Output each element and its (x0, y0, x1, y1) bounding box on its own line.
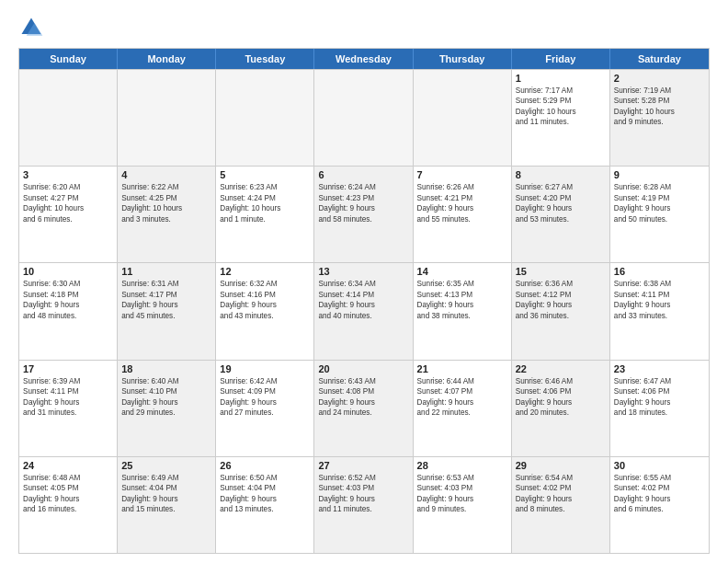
day-info: Sunrise: 6:47 AM Sunset: 4:06 PM Dayligh… (614, 376, 705, 419)
day-info: Sunrise: 6:27 AM Sunset: 4:20 PM Dayligh… (516, 182, 606, 224)
day-number: 23 (614, 363, 705, 374)
cal-cell: 4Sunrise: 6:22 AM Sunset: 4:25 PM Daylig… (118, 167, 216, 262)
day-number: 9 (614, 169, 705, 180)
day-number: 28 (417, 460, 507, 471)
day-info: Sunrise: 6:24 AM Sunset: 4:23 PM Dayligh… (318, 182, 408, 224)
day-number: 12 (220, 266, 310, 277)
day-info: Sunrise: 6:20 AM Sunset: 4:27 PM Dayligh… (23, 182, 113, 224)
cal-cell: 7Sunrise: 6:26 AM Sunset: 4:21 PM Daylig… (414, 167, 512, 262)
day-number: 30 (614, 460, 705, 471)
cal-cell: 15Sunrise: 6:36 AM Sunset: 4:12 PM Dayli… (512, 263, 610, 359)
cal-cell: 17Sunrise: 6:39 AM Sunset: 4:11 PM Dayli… (19, 361, 118, 456)
cal-cell: 19Sunrise: 6:42 AM Sunset: 4:09 PM Dayli… (216, 361, 314, 456)
day-info: Sunrise: 6:38 AM Sunset: 4:11 PM Dayligh… (614, 279, 705, 321)
cal-header-cell: Tuesday (216, 49, 314, 69)
cal-cell: 23Sunrise: 6:47 AM Sunset: 4:06 PM Dayli… (610, 361, 709, 456)
cal-cell: 22Sunrise: 6:46 AM Sunset: 4:06 PM Dayli… (512, 361, 610, 456)
day-info: Sunrise: 6:34 AM Sunset: 4:14 PM Dayligh… (318, 279, 408, 321)
header (18, 15, 710, 40)
cal-cell: 11Sunrise: 6:31 AM Sunset: 4:17 PM Dayli… (118, 263, 216, 359)
day-number: 19 (220, 363, 310, 374)
day-number: 27 (318, 460, 408, 471)
day-number: 29 (516, 460, 606, 471)
page: SundayMondayTuesdayWednesdayThursdayFrid… (0, 0, 728, 563)
day-info: Sunrise: 6:43 AM Sunset: 4:08 PM Dayligh… (318, 376, 408, 419)
cal-cell: 20Sunrise: 6:43 AM Sunset: 4:08 PM Dayli… (314, 361, 413, 456)
calendar-body: 1Sunrise: 7:17 AM Sunset: 5:29 PM Daylig… (19, 69, 709, 553)
cal-cell: 24Sunrise: 6:48 AM Sunset: 4:05 PM Dayli… (19, 457, 118, 553)
day-number: 11 (121, 266, 211, 277)
day-number: 15 (516, 266, 606, 277)
day-info: Sunrise: 6:54 AM Sunset: 4:02 PM Dayligh… (516, 473, 606, 515)
cal-cell: 14Sunrise: 6:35 AM Sunset: 4:13 PM Dayli… (414, 263, 512, 359)
day-number: 17 (23, 363, 113, 374)
day-number: 25 (121, 460, 211, 471)
day-info: Sunrise: 7:17 AM Sunset: 5:29 PM Dayligh… (516, 86, 606, 128)
day-info: Sunrise: 6:39 AM Sunset: 4:11 PM Dayligh… (23, 376, 113, 419)
day-info: Sunrise: 6:36 AM Sunset: 4:12 PM Dayligh… (516, 279, 606, 321)
day-number: 16 (614, 266, 705, 277)
day-info: Sunrise: 6:32 AM Sunset: 4:16 PM Dayligh… (220, 279, 310, 321)
calendar: SundayMondayTuesdayWednesdayThursdayFrid… (18, 48, 710, 554)
day-info: Sunrise: 6:46 AM Sunset: 4:06 PM Dayligh… (516, 376, 606, 419)
cal-cell: 9Sunrise: 6:28 AM Sunset: 4:19 PM Daylig… (610, 167, 709, 262)
day-number: 1 (516, 73, 606, 84)
day-info: Sunrise: 6:53 AM Sunset: 4:03 PM Dayligh… (417, 473, 507, 515)
day-number: 21 (417, 363, 507, 374)
cal-header-cell: Friday (512, 49, 610, 69)
cal-cell: 3Sunrise: 6:20 AM Sunset: 4:27 PM Daylig… (19, 167, 118, 262)
cal-cell: 18Sunrise: 6:40 AM Sunset: 4:10 PM Dayli… (118, 361, 216, 456)
cal-header-cell: Sunday (19, 49, 118, 69)
day-info: Sunrise: 6:49 AM Sunset: 4:04 PM Dayligh… (121, 473, 211, 515)
day-info: Sunrise: 6:52 AM Sunset: 4:03 PM Dayligh… (318, 473, 408, 515)
day-number: 24 (23, 460, 113, 471)
calendar-header: SundayMondayTuesdayWednesdayThursdayFrid… (19, 49, 709, 69)
day-info: Sunrise: 6:44 AM Sunset: 4:07 PM Dayligh… (417, 376, 507, 419)
day-info: Sunrise: 6:50 AM Sunset: 4:04 PM Dayligh… (220, 473, 310, 515)
cal-cell: 5Sunrise: 6:23 AM Sunset: 4:24 PM Daylig… (216, 167, 314, 262)
day-number: 18 (121, 363, 211, 374)
day-info: Sunrise: 6:48 AM Sunset: 4:05 PM Dayligh… (23, 473, 113, 515)
cal-row: 24Sunrise: 6:48 AM Sunset: 4:05 PM Dayli… (19, 456, 709, 553)
day-number: 8 (516, 169, 606, 180)
day-number: 10 (23, 266, 113, 277)
cal-cell: 2Sunrise: 7:19 AM Sunset: 5:28 PM Daylig… (610, 70, 709, 166)
cal-cell: 13Sunrise: 6:34 AM Sunset: 4:14 PM Dayli… (314, 263, 413, 359)
cal-cell: 8Sunrise: 6:27 AM Sunset: 4:20 PM Daylig… (512, 167, 610, 262)
day-info: Sunrise: 6:28 AM Sunset: 4:19 PM Dayligh… (614, 182, 705, 224)
cal-cell: 21Sunrise: 6:44 AM Sunset: 4:07 PM Dayli… (414, 361, 512, 456)
cal-row: 3Sunrise: 6:20 AM Sunset: 4:27 PM Daylig… (19, 166, 709, 262)
cal-cell: 6Sunrise: 6:24 AM Sunset: 4:23 PM Daylig… (314, 167, 413, 262)
day-number: 13 (318, 266, 408, 277)
day-info: Sunrise: 6:31 AM Sunset: 4:17 PM Dayligh… (121, 279, 211, 321)
day-info: Sunrise: 6:22 AM Sunset: 4:25 PM Dayligh… (121, 182, 211, 224)
day-number: 14 (417, 266, 507, 277)
day-info: Sunrise: 6:35 AM Sunset: 4:13 PM Dayligh… (417, 279, 507, 321)
cal-header-cell: Wednesday (314, 49, 413, 69)
day-number: 20 (318, 363, 408, 374)
day-number: 7 (417, 169, 507, 180)
cal-cell (19, 70, 118, 166)
day-info: Sunrise: 6:26 AM Sunset: 4:21 PM Dayligh… (417, 182, 507, 224)
day-info: Sunrise: 6:55 AM Sunset: 4:02 PM Dayligh… (614, 473, 705, 515)
cal-cell: 29Sunrise: 6:54 AM Sunset: 4:02 PM Dayli… (512, 457, 610, 553)
cal-cell: 28Sunrise: 6:53 AM Sunset: 4:03 PM Dayli… (414, 457, 512, 553)
cal-cell: 1Sunrise: 7:17 AM Sunset: 5:29 PM Daylig… (512, 70, 610, 166)
cal-cell (314, 70, 413, 166)
cal-cell: 25Sunrise: 6:49 AM Sunset: 4:04 PM Dayli… (118, 457, 216, 553)
logo (18, 15, 50, 40)
cal-header-cell: Monday (118, 49, 216, 69)
cal-header-cell: Saturday (610, 49, 709, 69)
cal-cell: 30Sunrise: 6:55 AM Sunset: 4:02 PM Dayli… (610, 457, 709, 553)
day-number: 6 (318, 169, 408, 180)
day-info: Sunrise: 6:23 AM Sunset: 4:24 PM Dayligh… (220, 182, 310, 224)
cal-row: 1Sunrise: 7:17 AM Sunset: 5:29 PM Daylig… (19, 69, 709, 166)
day-info: Sunrise: 6:40 AM Sunset: 4:10 PM Dayligh… (121, 376, 211, 419)
cal-row: 10Sunrise: 6:30 AM Sunset: 4:18 PM Dayli… (19, 262, 709, 359)
cal-cell: 12Sunrise: 6:32 AM Sunset: 4:16 PM Dayli… (216, 263, 314, 359)
cal-cell (216, 70, 314, 166)
cal-header-cell: Thursday (414, 49, 512, 69)
cal-cell: 10Sunrise: 6:30 AM Sunset: 4:18 PM Dayli… (19, 263, 118, 359)
day-number: 4 (121, 169, 211, 180)
logo-icon (18, 15, 44, 40)
